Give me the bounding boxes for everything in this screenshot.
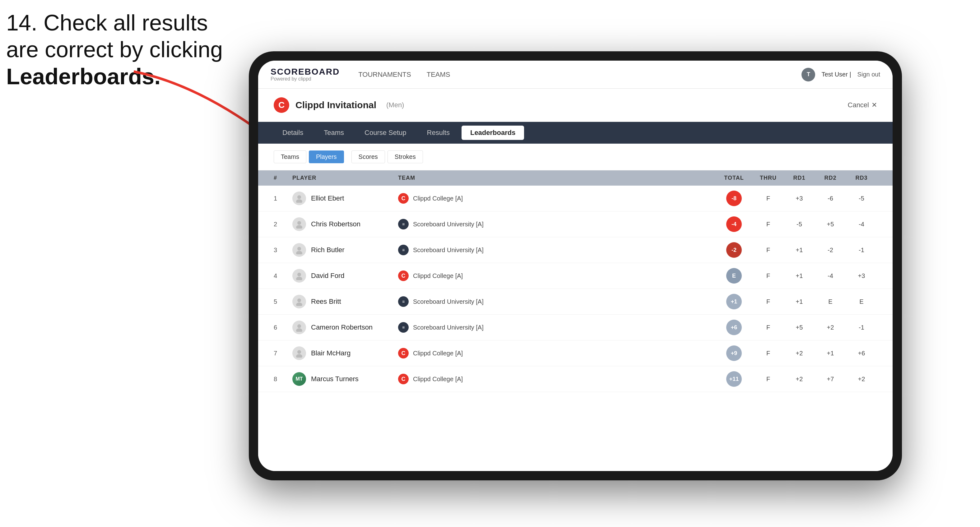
row-num: 3 <box>274 246 292 254</box>
filter-strokes[interactable]: Strokes <box>388 151 423 163</box>
player-name: David Ford <box>311 272 345 280</box>
rd3-cell: +3 <box>846 272 877 279</box>
svg-point-13 <box>298 350 301 354</box>
rd3-cell: +2 <box>846 376 877 383</box>
svg-point-10 <box>296 303 302 306</box>
top-navigation: SCOREBOARD Powered by clippd TOURNAMENTS… <box>258 60 892 89</box>
row-num: 1 <box>274 195 292 202</box>
rd2-cell: +2 <box>815 324 846 331</box>
avatar <box>292 269 306 283</box>
leaderboard-table: 1 Elliot Ebert C Clippd College [A] -8 <box>258 186 892 471</box>
rd1-cell: +3 <box>784 195 815 202</box>
total-cell: +1 <box>715 294 752 310</box>
tab-results[interactable]: Results <box>418 125 458 140</box>
tab-bar: Details Teams Course Setup Results Leade… <box>258 122 892 144</box>
score-badge: +6 <box>726 320 742 335</box>
tournament-title: Clippd Invitational <box>296 100 376 110</box>
score-badge: -4 <box>726 216 742 232</box>
tab-teams[interactable]: Teams <box>315 125 353 140</box>
col-num: # <box>274 175 292 181</box>
player-cell: Elliot Ebert <box>292 192 398 205</box>
team-cell: ≡ Scoreboard University [A] <box>398 322 715 333</box>
filter-teams[interactable]: Teams <box>274 151 306 163</box>
team-name: Clippd College [A] <box>413 195 463 202</box>
table-row: 7 Blair McHarg C Clippd College [A] +9 <box>258 340 892 366</box>
player-cell: Rich Butler <box>292 243 398 257</box>
col-player: PLAYER <box>292 175 398 181</box>
rd2-cell: +1 <box>815 350 846 357</box>
col-thru: THRU <box>752 175 784 181</box>
svg-point-7 <box>298 273 301 276</box>
thru-cell: F <box>752 350 784 357</box>
rd3-cell: -4 <box>846 221 877 228</box>
thru-cell: F <box>752 195 784 202</box>
svg-point-9 <box>298 298 301 302</box>
col-rd2: RD2 <box>815 175 846 181</box>
nav-teams[interactable]: TEAMS <box>427 69 450 80</box>
score-badge: +11 <box>726 371 742 387</box>
rd2-cell: -4 <box>815 272 846 279</box>
player-cell: Rees Britt <box>292 295 398 308</box>
team-name: Clippd College [A] <box>413 272 463 279</box>
tab-leaderboards[interactable]: Leaderboards <box>461 125 524 140</box>
team-name: Clippd College [A] <box>413 350 463 357</box>
rd3-cell: E <box>846 298 877 305</box>
table-row: 8 MT Marcus Turners C Clippd College [A]… <box>258 366 892 392</box>
tab-course-setup[interactable]: Course Setup <box>356 125 415 140</box>
signout-link[interactable]: Sign out <box>858 71 880 78</box>
nav-links: TOURNAMENTS TEAMS <box>358 69 802 80</box>
player-cell: Blair McHarg <box>292 346 398 360</box>
rd1-cell: +5 <box>784 324 815 331</box>
col-rd1: RD1 <box>784 175 815 181</box>
avatar <box>292 192 306 205</box>
score-badge: +1 <box>726 294 742 310</box>
player-name: Rich Butler <box>311 246 345 254</box>
total-cell: +9 <box>715 345 752 361</box>
table-row: 4 David Ford C Clippd College [A] E <box>258 263 892 289</box>
avatar <box>292 346 306 360</box>
row-num: 6 <box>274 324 292 331</box>
tab-details[interactable]: Details <box>274 125 312 140</box>
player-cell: MT Marcus Turners <box>292 372 398 386</box>
thru-cell: F <box>752 272 784 279</box>
cancel-button[interactable]: Cancel ✕ <box>848 101 877 109</box>
row-num: 7 <box>274 350 292 357</box>
row-num: 2 <box>274 221 292 228</box>
thru-cell: F <box>752 376 784 383</box>
team-icon: ≡ <box>398 296 409 307</box>
player-cell: David Ford <box>292 269 398 283</box>
rd2-cell: -6 <box>815 195 846 202</box>
col-team: TEAM <box>398 175 715 181</box>
score-badge: +9 <box>726 345 742 361</box>
team-cell: C Clippd College [A] <box>398 193 715 204</box>
rd1-cell: -5 <box>784 221 815 228</box>
player-name: Blair McHarg <box>311 349 350 357</box>
logo-sub: Powered by clippd <box>270 76 340 82</box>
team-cell: ≡ Scoreboard University [A] <box>398 296 715 307</box>
team-name: Scoreboard University [A] <box>413 324 484 331</box>
svg-point-14 <box>296 354 302 357</box>
tournament-badge: (Men) <box>386 101 404 109</box>
player-name: Chris Robertson <box>311 220 361 228</box>
team-icon: C <box>398 193 409 204</box>
nav-right: T Test User | Sign out <box>802 68 880 81</box>
logo-text: SCOREBOARD <box>270 67 340 76</box>
avatar <box>292 321 306 334</box>
rd1-cell: +2 <box>784 350 815 357</box>
total-cell: -8 <box>715 190 752 206</box>
team-icon: ≡ <box>398 245 409 255</box>
table-row: 3 Rich Butler ≡ Scoreboard University [A… <box>258 237 892 263</box>
rd2-cell: +5 <box>815 221 846 228</box>
user-label: Test User | <box>821 71 851 78</box>
table-header: # PLAYER TEAM TOTAL THRU RD1 RD2 RD3 <box>258 170 892 186</box>
tablet-frame: SCOREBOARD Powered by clippd TOURNAMENTS… <box>249 51 902 480</box>
user-avatar: T <box>802 68 815 81</box>
nav-tournaments[interactable]: TOURNAMENTS <box>358 69 411 80</box>
svg-point-3 <box>298 221 301 225</box>
filter-players[interactable]: Players <box>309 151 344 163</box>
rd1-cell: +2 <box>784 376 815 383</box>
filter-scores[interactable]: Scores <box>352 151 385 163</box>
player-name: Marcus Turners <box>311 375 359 383</box>
annotation-text: 14. Check all results are correct by cli… <box>6 10 223 90</box>
team-cell: C Clippd College [A] <box>398 348 715 359</box>
